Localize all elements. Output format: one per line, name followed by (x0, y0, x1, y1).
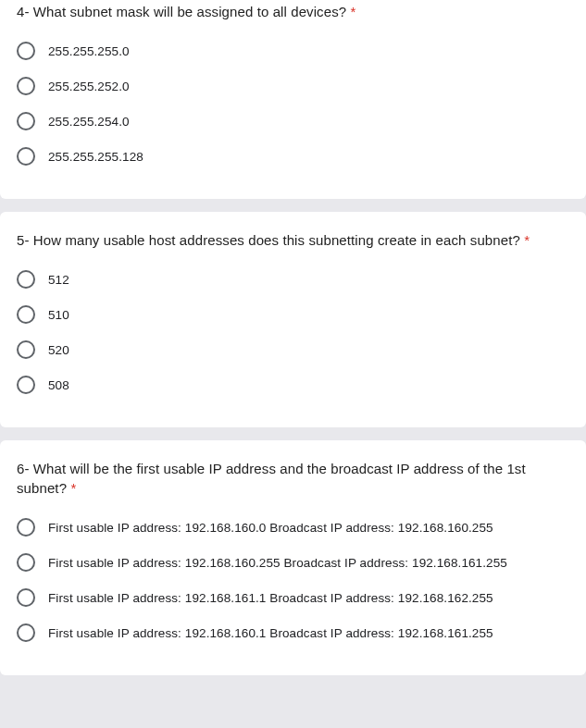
radio-icon (17, 588, 35, 607)
question-text: 5- How many usable host addresses does t… (17, 230, 569, 250)
radio-option[interactable]: 520 (17, 340, 569, 359)
radio-option[interactable]: First usable IP address: 192.168.160.1 B… (17, 623, 569, 642)
question-card-6: 6- What will be the first usable IP addr… (0, 440, 586, 675)
question-card-4: 4- What subnet mask will be assigned to … (0, 0, 586, 199)
question-label: 6- What will be the first usable IP addr… (17, 461, 526, 496)
radio-icon (17, 42, 35, 60)
option-label: First usable IP address: 192.168.161.1 B… (48, 591, 493, 605)
required-marker: * (70, 480, 76, 496)
option-label: 255.255.255.0 (48, 44, 130, 58)
option-label: 255.255.254.0 (48, 115, 130, 129)
radio-option[interactable]: 512 (17, 270, 569, 289)
option-label: 255.255.252.0 (48, 80, 130, 93)
option-label: 520 (48, 343, 69, 357)
radio-icon (17, 623, 35, 642)
radio-option[interactable]: 255.255.252.0 (17, 77, 569, 95)
required-marker: * (351, 4, 356, 19)
option-label: 508 (48, 378, 69, 392)
question-text: 6- What will be the first usable IP addr… (17, 459, 569, 498)
radio-icon (17, 305, 35, 324)
radio-option[interactable]: 255.255.254.0 (17, 112, 569, 130)
radio-option[interactable]: First usable IP address: 192.168.160.255… (17, 553, 569, 572)
option-label: 512 (48, 273, 69, 287)
radio-option[interactable]: 508 (17, 376, 569, 394)
radio-icon (17, 553, 35, 572)
option-label: First usable IP address: 192.168.160.255… (48, 556, 507, 570)
question-label: 4- What subnet mask will be assigned to … (17, 4, 346, 19)
option-label: First usable IP address: 192.168.160.1 B… (48, 626, 493, 640)
radio-icon (17, 376, 35, 394)
option-label: 255.255.255.128 (48, 150, 143, 164)
radio-option[interactable]: 255.255.255.0 (17, 42, 569, 60)
question-label: 5- How many usable host addresses does t… (17, 232, 520, 248)
radio-icon (17, 147, 35, 166)
option-label: First usable IP address: 192.168.160.0 B… (48, 521, 493, 535)
radio-option[interactable]: 510 (17, 305, 569, 324)
radio-icon (17, 270, 35, 289)
question-card-5: 5- How many usable host addresses does t… (0, 212, 586, 427)
radio-option[interactable]: First usable IP address: 192.168.161.1 B… (17, 588, 569, 607)
radio-icon (17, 340, 35, 359)
radio-option[interactable]: 255.255.255.128 (17, 147, 569, 166)
required-marker: * (524, 232, 530, 248)
radio-icon (17, 112, 35, 130)
radio-icon (17, 518, 35, 537)
option-label: 510 (48, 308, 69, 322)
question-text: 4- What subnet mask will be assigned to … (17, 2, 569, 21)
radio-option[interactable]: First usable IP address: 192.168.160.0 B… (17, 518, 569, 537)
radio-icon (17, 77, 35, 95)
